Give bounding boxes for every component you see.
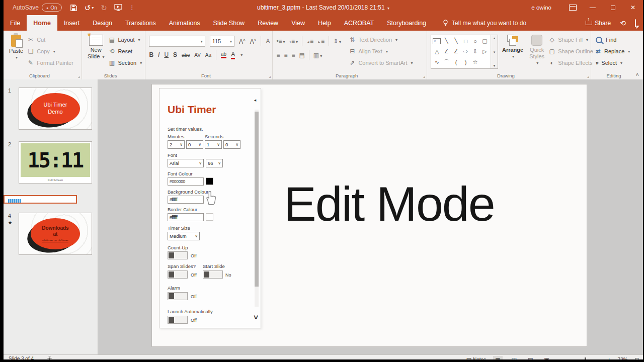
panel-collapse-button[interactable]: ◂	[251, 95, 259, 106]
tab-home[interactable]: Home	[27, 15, 57, 31]
second-ones-select[interactable]: 0∨	[223, 140, 240, 149]
launch-automatically-toggle[interactable]	[168, 316, 188, 324]
shape-flowchart-icon[interactable]: ▷	[482, 48, 487, 55]
shape-arc-icon[interactable]: ⌒	[444, 58, 449, 66]
slide-2-thumbnail[interactable]: 15:11 Full Screen	[19, 141, 92, 184]
paragraph-dialog-launcher[interactable]: ⌟	[423, 73, 425, 78]
shape-arrow-right-icon[interactable]: ⇨	[463, 48, 468, 55]
select-button[interactable]: ➤ Select ▾	[595, 58, 630, 67]
customize-qat-button[interactable]: ⋮	[129, 5, 135, 11]
shape-triangle-icon[interactable]: △	[435, 48, 439, 55]
copy-button[interactable]: ❏ Copy ▾	[27, 47, 73, 56]
quick-styles-button[interactable]: QuickStyles ▾	[527, 34, 546, 71]
undo-button[interactable]: ↺ ▾	[85, 4, 94, 12]
comments-button[interactable]	[635, 20, 636, 27]
save-button[interactable]	[70, 4, 77, 12]
find-button[interactable]: Find	[595, 35, 630, 44]
border-colour-input[interactable]: #ffffff	[168, 213, 204, 221]
minimize-button[interactable]: —	[583, 0, 603, 15]
align-right-button[interactable]: ≡	[291, 52, 295, 59]
gallery-more-icon[interactable]: ▼	[493, 64, 496, 67]
tab-acrobat[interactable]: ACROBAT	[338, 15, 381, 31]
current-slide[interactable]: Edit Mode ◂ ˅ Ubi Timer Set timer values…	[152, 84, 587, 346]
start-slide-toggle[interactable]	[203, 270, 223, 279]
tab-review[interactable]: Review	[251, 15, 285, 31]
drawing-dialog-launcher[interactable]: ⌟	[587, 73, 589, 78]
account-name[interactable]: e owino	[531, 5, 551, 11]
tab-help[interactable]: Help	[311, 15, 338, 31]
minute-tens-select[interactable]: 2∨	[168, 140, 185, 149]
view-normal-button[interactable]: ▦	[493, 356, 502, 359]
arrange-button[interactable]: Arrange ▾	[500, 34, 525, 71]
cut-button[interactable]: ✂ Cut	[27, 35, 73, 44]
start-slideshow-button[interactable]	[114, 4, 122, 11]
ribbon-display-options-button[interactable]	[562, 0, 583, 15]
new-slide-button[interactable]: New Slide ▾	[86, 34, 107, 71]
panel-scrollbar-thumb[interactable]	[255, 112, 259, 287]
underline-button[interactable]: U	[164, 51, 169, 58]
font-size-select[interactable]: 66∨	[206, 159, 223, 167]
tell-me-box[interactable]: Tell me what you want to do	[443, 15, 526, 31]
replace-button[interactable]: ⇄ Replace ▾	[595, 47, 630, 56]
count-up-toggle[interactable]	[168, 251, 188, 259]
align-left-button[interactable]: ≡	[276, 52, 280, 59]
numbering-button[interactable]: 1≡▾	[289, 38, 298, 45]
background-colour-input[interactable]: #ffffff	[168, 196, 204, 204]
shape-rectangle-icon[interactable]: □	[464, 38, 467, 44]
change-case-button[interactable]: Aa	[205, 52, 211, 58]
shape-left-brace-icon[interactable]: (	[455, 59, 457, 65]
panel-scroll-down-button[interactable]: ˅	[254, 314, 258, 321]
tab-design[interactable]: Design	[86, 15, 119, 31]
border-colour-swatch[interactable]	[206, 213, 213, 221]
clear-formatting-button[interactable]: A	[266, 38, 270, 45]
highlight-color-button[interactable]: ab	[221, 51, 226, 58]
columns-button[interactable]: ▥▾	[313, 52, 322, 59]
font-size-combo[interactable]: 115 ▾	[210, 36, 234, 47]
justify-button[interactable]: ▤	[299, 52, 304, 59]
tab-insert[interactable]: Insert	[57, 15, 86, 31]
view-slide-sorter-button[interactable]: ◫	[510, 356, 519, 359]
align-center-button[interactable]: ≡	[284, 52, 287, 59]
gallery-down-icon[interactable]: ▾	[494, 50, 496, 54]
view-slideshow-button[interactable]: ▣	[542, 356, 551, 359]
span-slides-toggle[interactable]	[168, 270, 188, 279]
text-shadow-button[interactable]: S	[173, 51, 177, 58]
restore-button[interactable]	[603, 0, 623, 15]
tab-view[interactable]: View	[285, 15, 311, 31]
autosave-toggle[interactable]: AutoSave ● On	[13, 4, 62, 12]
shape-rounded-rect-icon[interactable]: ▢	[482, 38, 487, 44]
slide-1-thumbnail[interactable]: Ubi Timer Demo	[19, 87, 92, 130]
zoom-in-button[interactable]: +	[608, 357, 611, 359]
tab-animations[interactable]: Animations	[163, 15, 207, 31]
shape-right-brace-icon[interactable]: )	[465, 59, 467, 65]
redo-button[interactable]: ↻	[101, 4, 107, 12]
text-direction-button[interactable]: ⇅ Text Direction ▾	[349, 35, 413, 44]
increase-indent-button[interactable]: ►≡	[317, 38, 325, 45]
bold-button[interactable]: B	[149, 51, 153, 58]
character-spacing-button[interactable]: AV	[194, 52, 201, 58]
tab-transitions[interactable]: Transitions	[119, 15, 163, 31]
font-colour-input[interactable]: #000000	[168, 177, 204, 186]
shape-oval-icon[interactable]: ○	[473, 38, 477, 44]
zoom-slider[interactable]	[571, 359, 601, 360]
autosave-pill[interactable]: ● On	[42, 4, 62, 12]
gallery-up-icon[interactable]: ▴	[494, 36, 496, 40]
collapse-ribbon-button[interactable]: ˄	[636, 71, 639, 77]
shape-line-icon[interactable]: ╲	[445, 38, 448, 44]
section-button[interactable]: ▥ Section ▾	[108, 58, 142, 67]
shrink-font-button[interactable]: A	[250, 38, 257, 45]
font-colour-swatch[interactable]	[206, 177, 213, 185]
font-dialog-launcher[interactable]: ⌟	[269, 73, 271, 78]
clipboard-dialog-launcher[interactable]: ⌟	[78, 73, 80, 78]
paste-button[interactable]: Paste ▾	[7, 34, 25, 71]
decrease-indent-button[interactable]: ◄≡	[306, 38, 313, 45]
fit-to-window-button[interactable]: ⊡	[635, 357, 639, 359]
font-color-button[interactable]: A	[231, 51, 235, 59]
bullets-button[interactable]: •≡▾	[276, 38, 285, 45]
zoom-level[interactable]: 72%	[618, 357, 628, 359]
panel-scrollbar[interactable]	[255, 110, 259, 307]
shapes-gallery[interactable]: A ╲ ╲ □ ○ ▢ △ ∠ ∠ ⇨ ⇩ ▷ ∿ ⌒ ( ) ☆	[431, 35, 498, 69]
shape-arrow-down-icon[interactable]: ⇩	[473, 48, 477, 55]
timer-size-select[interactable]: Medium∨	[168, 232, 200, 240]
minute-ones-select[interactable]: 0∨	[186, 140, 203, 149]
